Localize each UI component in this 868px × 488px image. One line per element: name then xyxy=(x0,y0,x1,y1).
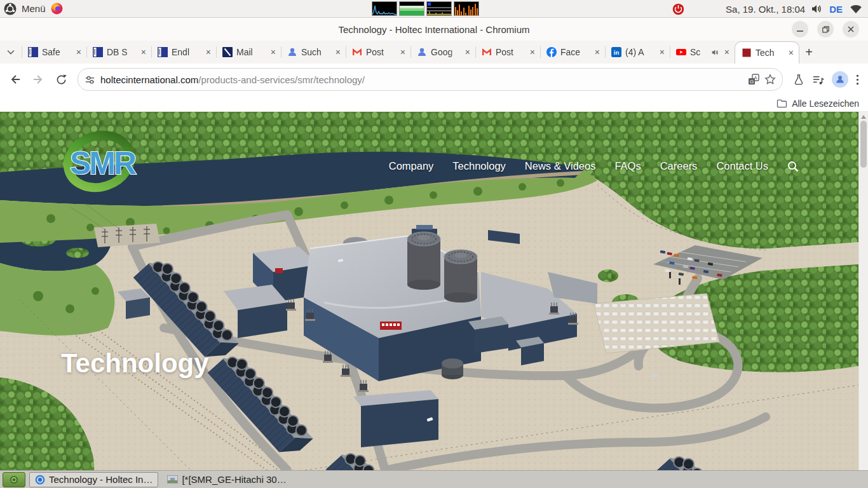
tab-close-icon[interactable]: × xyxy=(334,48,342,57)
tab-label: Tech xyxy=(756,48,783,58)
bookmark-star-icon[interactable] xyxy=(764,74,776,85)
tab-label: Mail xyxy=(236,47,266,57)
smr-logo[interactable]: SMR xyxy=(61,127,137,194)
panel-clock[interactable]: Sa, 19. Okt., 18:04 xyxy=(726,4,805,15)
tab-label: Post xyxy=(366,47,395,57)
smr-logo-text: SMR xyxy=(70,146,137,181)
nav-faqs[interactable]: FAQs xyxy=(614,160,641,172)
nav-contact-us[interactable]: Contact Us xyxy=(716,160,768,172)
tab-posteingang-2[interactable]: Post × xyxy=(475,41,540,64)
taskbar-item-label: [*[SMR_GE-Hitachi 30… xyxy=(182,474,286,485)
system-monitor-applets[interactable] xyxy=(372,1,479,16)
tab-close-icon[interactable]: × xyxy=(658,48,666,57)
scrollbar-up-arrow[interactable] xyxy=(861,115,866,119)
nav-technology[interactable]: Technology xyxy=(452,160,505,172)
tab-label: Post xyxy=(496,47,525,57)
keyboard-layout-indicator[interactable]: DE xyxy=(829,4,843,15)
nav-careers[interactable]: Careers xyxy=(660,160,698,172)
tab-label: Goog xyxy=(431,47,460,57)
site-search-icon[interactable] xyxy=(787,161,799,172)
tab-linkedin[interactable]: in (4) A × xyxy=(605,41,670,64)
network-icon[interactable] xyxy=(849,4,863,15)
tab-search-chevron-icon[interactable] xyxy=(0,41,22,64)
tab-close-icon[interactable]: × xyxy=(399,48,407,57)
tab-close-icon[interactable]: × xyxy=(269,48,277,57)
site-navigation: Company Technology News & Videos FAQs Ca… xyxy=(389,160,799,172)
desktop: Menü Sa, 19. Okt., 18:04 xyxy=(0,0,868,488)
tab-db[interactable]: DB S × xyxy=(86,41,151,64)
taskbar: Technology - Holtec In… [*[SMR_GE-Hitach… xyxy=(0,470,868,488)
new-tab-button[interactable]: + xyxy=(799,41,818,64)
site-settings-icon[interactable] xyxy=(85,74,95,85)
taskbar-item-chromium[interactable]: Technology - Holtec In… xyxy=(29,472,158,487)
taskbar-item-image-viewer[interactable]: [*[SMR_GE-Hitachi 30… xyxy=(162,473,291,487)
minimize-button[interactable] xyxy=(792,21,808,37)
tab-close-icon[interactable]: × xyxy=(787,48,795,57)
window-title: Technology - Holtec International - Chro… xyxy=(0,24,868,35)
mail-icon xyxy=(222,47,233,57)
gmail-icon xyxy=(352,47,362,57)
facebook-icon xyxy=(546,47,557,57)
tab-close-icon[interactable]: × xyxy=(464,48,471,57)
browser-toolbar: holtecinternational.com/products-and-ser… xyxy=(0,64,868,95)
tab-close-icon[interactable]: × xyxy=(75,48,83,57)
firefox-icon[interactable] xyxy=(51,3,63,15)
show-desktop-button[interactable] xyxy=(3,472,25,487)
page-scrollbar[interactable] xyxy=(858,112,868,470)
bookmarks-folder-icon xyxy=(776,99,787,108)
tab-mail[interactable]: Mail × xyxy=(216,41,281,64)
translate-icon[interactable]: AG xyxy=(748,74,759,85)
all-bookmarks-label[interactable]: Alle Lesezeichen xyxy=(792,98,859,109)
network-monitor-applet[interactable] xyxy=(454,1,479,16)
tab-audio-icon[interactable] xyxy=(712,49,719,56)
url-text[interactable]: holtecinternational.com/products-and-ser… xyxy=(100,74,743,85)
tab-strip: Safe × DB S × Endl × Mail × Such × Post … xyxy=(0,41,868,64)
menu-label[interactable]: Menü xyxy=(22,3,46,14)
distro-logo-icon[interactable] xyxy=(4,3,17,15)
power-icon[interactable] xyxy=(672,3,685,16)
tab-endlager[interactable]: Endl × xyxy=(151,41,216,64)
experiments-flask-icon[interactable] xyxy=(793,74,804,85)
url-domain: holtecinternational.com xyxy=(100,74,198,85)
page-viewport: SMR Company Technology News & Videos FAQ… xyxy=(0,112,858,470)
scrollbar-thumb[interactable] xyxy=(860,121,867,168)
image-thumbnail-icon xyxy=(167,475,178,484)
tab-close-icon[interactable]: × xyxy=(529,48,536,57)
tab-close-icon[interactable]: × xyxy=(723,48,731,57)
tab-posteingang-1[interactable]: Post × xyxy=(346,41,410,64)
tab-technology-active[interactable]: Tech × xyxy=(735,41,799,64)
taskbar-item-label: Technology - Holtec In… xyxy=(49,474,153,485)
volume-icon[interactable] xyxy=(811,4,823,14)
bund-icon xyxy=(158,47,168,57)
linkedin-icon: in xyxy=(611,47,621,57)
forward-button[interactable] xyxy=(28,69,48,90)
tab-label: Endl xyxy=(172,47,201,57)
bund-icon xyxy=(93,47,103,57)
bund-icon xyxy=(28,47,38,57)
nav-company[interactable]: Company xyxy=(389,160,434,172)
address-bar[interactable]: holtecinternational.com/products-and-ser… xyxy=(78,68,783,91)
disk-monitor-applet[interactable] xyxy=(426,1,452,16)
tab-close-icon[interactable]: × xyxy=(593,48,601,57)
browser-menu-icon[interactable] xyxy=(856,74,859,85)
profile-avatar[interactable] xyxy=(832,71,848,88)
cpu-monitor-applet[interactable] xyxy=(372,1,397,16)
memory-monitor-applet[interactable] xyxy=(399,1,424,16)
nav-news-videos[interactable]: News & Videos xyxy=(525,160,596,172)
tab-safe[interactable]: Safe × xyxy=(22,41,86,64)
tab-facebook[interactable]: Face × xyxy=(540,41,605,64)
url-path: /products-and-services/smr/technology/ xyxy=(198,74,365,85)
chromium-icon xyxy=(35,475,45,485)
media-controls-icon[interactable] xyxy=(812,74,824,85)
tab-close-icon[interactable]: × xyxy=(140,48,147,57)
close-button[interactable] xyxy=(843,21,859,37)
back-button[interactable] xyxy=(5,69,25,90)
reload-button[interactable] xyxy=(51,69,71,90)
account-icon xyxy=(417,47,427,57)
tab-suche[interactable]: Such × xyxy=(281,41,346,64)
tab-google[interactable]: Goog × xyxy=(410,41,475,64)
tab-close-icon[interactable]: × xyxy=(205,48,212,57)
restore-button[interactable] xyxy=(817,21,834,37)
window-titlebar[interactable]: Technology - Holtec International - Chro… xyxy=(0,18,868,41)
tab-youtube[interactable]: Sc × xyxy=(670,41,735,64)
